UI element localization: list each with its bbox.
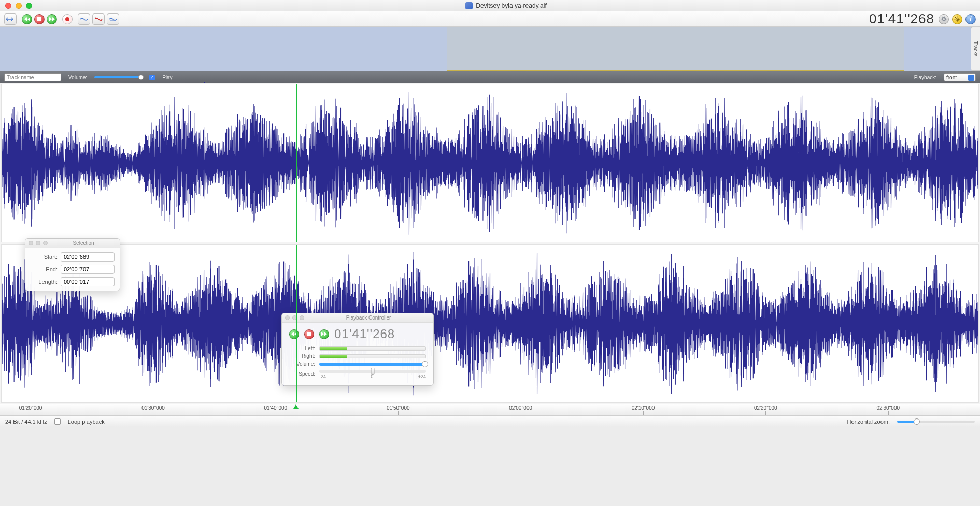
selection-panel-titlebar[interactable]: Selection [25,239,120,248]
loop-playback-label: Loop playback [68,418,105,425]
main-toolbar: 01'41''268 i [0,11,980,27]
pc-right-meter [319,354,426,358]
window-titlebar: Devitsey byla ya-ready.aif [0,0,980,11]
svg-point-2 [957,19,958,20]
ruler-tick-label: 01'50''000 [387,405,410,411]
pc-volume-label: Volume: [289,361,315,367]
zoom-window-button[interactable] [26,3,32,9]
overview-waveform[interactable] [0,27,980,71]
selection-end-input[interactable] [61,265,115,274]
waveform-left-channel[interactable] [1,84,979,242]
pc-speed-label: Speed: [289,371,315,377]
playback-select[interactable]: front [944,73,976,81]
pc-forward-button[interactable] [319,329,329,339]
playback-controller-panel[interactable]: Playback Controller 01'41''268 Left: Rig… [281,313,434,386]
ruler-tick-label: 02'20''000 [754,405,777,411]
ruler-tick-label: 02'30''000 [876,405,900,411]
ruler-tick-label: 02'00''000 [509,405,532,411]
pc-left-label: Left: [289,345,315,351]
ruler-tick-label: 01'20''000 [19,405,42,411]
pc-left-meter [319,346,426,351]
ruler-tick-label: 02'10''000 [632,405,655,411]
selection-length-input[interactable] [61,277,115,286]
ruler-tick-label: 01'40''000 [264,405,288,411]
tracks-tab[interactable]: Tracks [971,27,980,71]
playhead-marker[interactable] [293,404,299,409]
selection-length-label: Length: [31,279,58,285]
close-window-button[interactable] [5,3,11,9]
horizontal-zoom-slider[interactable] [897,421,975,423]
stop-button[interactable] [34,14,45,24]
pc-speed-slider[interactable] [319,370,426,373]
panel-min-icon[interactable] [36,241,40,245]
time-ruler[interactable]: 01'20''00001'30''00001'40''00001'50''000… [0,404,980,415]
pc-volume-slider[interactable] [319,363,426,366]
record-button[interactable] [62,14,73,24]
ruler-tick-label: 01'30''000 [141,405,165,411]
horizontal-zoom-label: Horizontal zoom: [847,418,890,425]
minimize-window-button[interactable] [16,3,22,9]
panel-zoom-icon[interactable] [300,315,304,320]
info-button[interactable]: i [965,14,976,24]
main-timecode: 01'41''268 [869,11,939,27]
pc-stop-button[interactable] [304,329,314,339]
loop-selection-button[interactable] [4,13,17,25]
pc-timecode: 01'41''268 [334,327,395,341]
forward-button[interactable] [47,14,57,24]
window-title: Devitsey byla ya-ready.aif [476,2,547,9]
track-volume-slider[interactable] [94,76,142,78]
selection-end-label: End: [31,266,58,272]
panel-close-icon[interactable] [285,315,290,320]
selection-start-input[interactable] [61,252,115,262]
svg-line-0 [95,18,102,21]
pc-rewind-button[interactable] [289,329,299,339]
main-waveform-area [0,83,980,404]
burn-button[interactable] [952,14,962,24]
pc-right-label: Right: [289,353,315,359]
document-icon [465,2,473,9]
tool-button-3[interactable] [107,13,119,25]
audio-format: 24 Bit / 44.1 kHz [5,418,47,425]
rewind-button[interactable] [22,14,32,24]
tool-button-1[interactable] [78,13,90,25]
panel-zoom-icon[interactable] [43,241,48,245]
selection-start-label: Start: [31,254,58,260]
panel-close-icon[interactable] [29,241,33,245]
selection-panel[interactable]: Selection Start: End: Length: [25,238,120,291]
overview-selection[interactable] [447,27,904,71]
loop-playback-checkbox[interactable] [54,418,61,425]
settings-button[interactable] [939,14,949,24]
waveform-right-channel[interactable] [1,244,979,403]
playback-panel-titlebar[interactable]: Playback Controller [282,313,433,323]
tool-button-2[interactable] [92,13,105,25]
status-bar: 24 Bit / 44.1 kHz Loop playback Horizont… [0,415,980,427]
